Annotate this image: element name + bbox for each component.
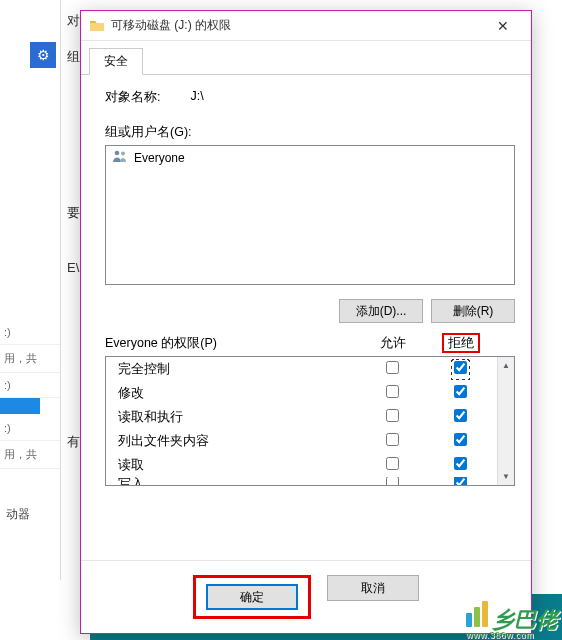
- allow-checkbox[interactable]: [386, 385, 399, 398]
- allow-checkbox[interactable]: [386, 457, 399, 470]
- ok-button-highlight: 确定: [193, 575, 311, 619]
- permission-name: 列出文件夹内容: [118, 433, 358, 450]
- deny-checkbox[interactable]: [454, 361, 467, 374]
- add-button-label: 添加(D)...: [356, 303, 407, 320]
- object-name-row: 对象名称: J:\: [105, 89, 515, 106]
- scrollbar[interactable]: ▲ ▼: [497, 357, 514, 485]
- tab-security[interactable]: 安全: [89, 48, 143, 75]
- permission-row: 修改: [106, 381, 497, 405]
- deny-checkbox[interactable]: [454, 433, 467, 446]
- bg-text: 动器: [6, 506, 30, 523]
- object-name-label: 对象名称:: [105, 89, 160, 106]
- tab-label: 安全: [104, 54, 128, 68]
- allow-column-header: 允许: [359, 335, 427, 352]
- allow-checkbox[interactable]: [386, 361, 399, 374]
- permission-row: 完全控制: [106, 357, 497, 381]
- permissions-dialog: 可移动磁盘 (J:) 的权限 ✕ 安全 对象名称: J:\ 组或用户名(G): …: [80, 10, 532, 634]
- svg-point-0: [115, 151, 120, 156]
- titlebar: 可移动磁盘 (J:) 的权限 ✕: [81, 11, 531, 41]
- permission-row: 读取和执行: [106, 405, 497, 429]
- permission-row: 读取: [106, 453, 497, 477]
- dialog-body: 对象名称: J:\ 组或用户名(G): Everyone 添加(D)... 删除…: [81, 75, 531, 560]
- principals-listbox[interactable]: Everyone: [105, 145, 515, 285]
- scroll-down-icon[interactable]: ▼: [498, 468, 514, 485]
- permissions-list: 完全控制修改读取和执行列出文件夹内容读取写入 ▲ ▼: [105, 356, 515, 486]
- principal-buttons: 添加(D)... 删除(R): [105, 299, 515, 323]
- remove-button[interactable]: 删除(R): [431, 299, 515, 323]
- deny-column-header: 拒绝: [427, 335, 495, 352]
- permission-name: 读取: [118, 457, 358, 474]
- users-icon: [112, 149, 128, 166]
- group-users-label: 组或用户名(G):: [105, 124, 515, 141]
- deny-checkbox[interactable]: [454, 477, 467, 486]
- bg-highlight: [0, 398, 40, 414]
- permission-row: 列出文件夹内容: [106, 429, 497, 453]
- scroll-track[interactable]: [498, 374, 514, 468]
- scroll-up-icon[interactable]: ▲: [498, 357, 514, 374]
- permission-name: 修改: [118, 385, 358, 402]
- watermark-text: 乡巴佬: [492, 607, 558, 632]
- allow-checkbox[interactable]: [386, 409, 399, 422]
- cancel-button[interactable]: 取消: [327, 575, 419, 601]
- deny-checkbox[interactable]: [454, 385, 467, 398]
- watermark-bars-icon: [466, 601, 490, 627]
- group-users-label-text: 组或用户名(G):: [105, 125, 192, 139]
- deny-header-highlight: 拒绝: [442, 333, 480, 353]
- dialog-title: 可移动磁盘 (J:) 的权限: [111, 17, 483, 34]
- add-button[interactable]: 添加(D)...: [339, 299, 423, 323]
- watermark: 乡巴佬 www.386w.com: [466, 601, 558, 640]
- permissions-header: Everyone 的权限(P) 允许 拒绝: [105, 335, 515, 352]
- watermark-url: www.386w.com: [466, 631, 558, 640]
- bg-app-icon: ⚙: [30, 42, 56, 68]
- tab-strip: 安全: [81, 41, 531, 75]
- allow-checkbox[interactable]: [386, 477, 399, 486]
- permission-name: 读取和执行: [118, 409, 358, 426]
- remove-button-label: 删除(R): [453, 303, 494, 320]
- close-button[interactable]: ✕: [483, 12, 523, 40]
- deny-checkbox[interactable]: [454, 409, 467, 422]
- permission-name: 完全控制: [118, 361, 358, 378]
- cancel-button-label: 取消: [361, 580, 385, 597]
- ok-button[interactable]: 确定: [206, 584, 298, 610]
- principal-item-everyone[interactable]: Everyone: [106, 146, 514, 169]
- object-name-value: J:\: [190, 89, 203, 106]
- permission-row: 写入: [106, 477, 497, 486]
- deny-checkbox[interactable]: [454, 457, 467, 470]
- dialog-footer: 确定 取消: [81, 560, 531, 633]
- ok-button-label: 确定: [240, 589, 264, 606]
- permissions-for-label: Everyone 的权限(P): [105, 335, 359, 352]
- svg-point-1: [121, 152, 125, 156]
- principal-name: Everyone: [134, 151, 185, 165]
- allow-checkbox[interactable]: [386, 433, 399, 446]
- folder-icon: [89, 18, 105, 34]
- permission-name: 写入: [118, 477, 358, 486]
- close-icon: ✕: [497, 18, 509, 34]
